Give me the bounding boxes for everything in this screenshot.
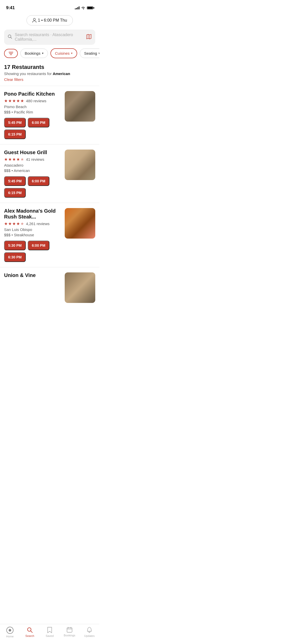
time-slot-600pm[interactable]: 6:00 PM [28, 118, 49, 127]
star-2: ★ [8, 157, 12, 162]
card-info: Union & Vine [4, 272, 61, 303]
restaurant-image [65, 150, 95, 180]
cuisines-chip-label: Cuisines [55, 51, 70, 55]
guest-label: 1 • 6:00 PM Thu [38, 18, 67, 23]
restaurant-card[interactable]: Pono Pacific Kitchen ★ ★ ★ ★ ★ 480 revie… [0, 86, 99, 144]
search-container: Search restaurants · Atascadero Californ… [0, 30, 99, 48]
status-bar: 9:41 [0, 0, 99, 12]
restaurant-name: Guest House Grill [4, 150, 61, 155]
rating-row: ★ ★ ★ ★ ★ 41 reviews [4, 157, 61, 162]
time-slot-615pm[interactable]: 6:15 PM [4, 129, 26, 139]
svg-point-0 [33, 18, 35, 20]
status-time: 9:41 [6, 5, 15, 10]
filter-row: Bookings ▾ Cuisines ▾ Seating ▾ Price ▾ [0, 48, 99, 63]
star-5: ★ [20, 157, 24, 162]
restaurant-card[interactable]: Alex Madonna's Gold Rush Steak... ★ ★ ★ … [0, 203, 99, 267]
restaurant-image [65, 272, 95, 303]
map-icon[interactable] [86, 34, 92, 41]
card-location: Atascadero [4, 163, 61, 167]
filter-icon-chip[interactable] [4, 49, 18, 58]
review-count: 480 reviews [26, 99, 46, 103]
results-cuisine: American [53, 71, 70, 76]
restaurant-name: Union & Vine [4, 272, 61, 278]
card-info: Guest House Grill ★ ★ ★ ★ ★ 41 reviews A… [4, 150, 61, 198]
time-slot-545pm[interactable]: 5:45 PM [4, 176, 26, 186]
card-location: Pismo Beach [4, 105, 61, 109]
wifi-icon [81, 6, 85, 10]
seating-chevron-icon: ▾ [99, 52, 99, 55]
review-count: 4,261 reviews [26, 222, 50, 226]
rating-row: ★ ★ ★ ★ ★ 4,261 reviews [4, 221, 61, 226]
svg-line-2 [11, 37, 12, 38]
time-slots: 5:45 PM 6:00 PM 6:15 PM [4, 176, 61, 198]
stars: ★ ★ ★ ★ ★ [4, 98, 24, 103]
star-3: ★ [12, 157, 16, 162]
bookings-chip-label: Bookings [25, 51, 40, 55]
star-4: ★ [16, 221, 20, 226]
signal-icon [75, 6, 79, 9]
restaurant-image [65, 208, 95, 239]
person-icon [32, 18, 36, 23]
battery-icon [87, 6, 93, 9]
star-4: ★ [16, 157, 20, 162]
star-1: ★ [4, 98, 8, 103]
star-1: ★ [4, 157, 8, 162]
time-slot-530pm[interactable]: 5:30 PM [4, 241, 26, 250]
review-count: 41 reviews [26, 157, 44, 162]
card-location: San Luis Obispo [4, 227, 61, 232]
restaurant-card[interactable]: Union & Vine [0, 267, 99, 305]
rating-row: ★ ★ ★ ★ ★ 480 reviews [4, 98, 61, 103]
time-slots: 5:30 PM 6:00 PM 6:30 PM [4, 241, 61, 262]
results-count: 17 Restaurants [4, 64, 95, 70]
time-slot-630pm[interactable]: 6:30 PM [4, 252, 26, 262]
card-price-cuisine: $$$ • Steakhouse [4, 233, 61, 237]
cuisines-chevron-icon: ▾ [71, 52, 73, 55]
star-3: ★ [12, 221, 16, 226]
star-5: ★ [20, 98, 24, 103]
results-subtitle: Showing you restaurants for American [4, 71, 95, 76]
card-price-cuisine: $$$ • American [4, 168, 61, 173]
star-4: ★ [16, 98, 20, 103]
seating-chip-label: Seating [84, 51, 97, 55]
search-icon [8, 34, 12, 40]
restaurant-card[interactable]: Guest House Grill ★ ★ ★ ★ ★ 41 reviews A… [0, 144, 99, 203]
results-header: 17 Restaurants Showing you restaurants f… [0, 63, 99, 86]
card-price-cuisine: $$$ • Pacific Rim [4, 110, 61, 114]
star-2: ★ [8, 98, 12, 103]
stars: ★ ★ ★ ★ ★ [4, 157, 24, 162]
bookings-chevron-icon: ▾ [42, 52, 44, 55]
stars: ★ ★ ★ ★ ★ [4, 221, 24, 226]
time-slot-615pm[interactable]: 6:15 PM [4, 188, 26, 198]
restaurant-name: Alex Madonna's Gold Rush Steak... [4, 208, 61, 220]
restaurant-name: Pono Pacific Kitchen [4, 91, 61, 97]
bookings-filter-chip[interactable]: Bookings ▾ [20, 49, 48, 58]
card-info: Alex Madonna's Gold Rush Steak... ★ ★ ★ … [4, 208, 61, 262]
star-3: ★ [12, 98, 16, 103]
card-info: Pono Pacific Kitchen ★ ★ ★ ★ ★ 480 revie… [4, 91, 61, 139]
search-bar[interactable]: Search restaurants · Atascadero Californ… [4, 30, 95, 45]
time-slot-600pm[interactable]: 6:00 PM [28, 241, 49, 250]
time-slots: 5:45 PM 6:00 PM 6:15 PM [4, 118, 61, 139]
time-slot-545pm[interactable]: 5:45 PM [4, 118, 26, 127]
star-1: ★ [4, 221, 8, 226]
clear-filters-button[interactable]: Clear filters [4, 77, 95, 82]
time-slot-600pm[interactable]: 6:00 PM [28, 176, 49, 186]
cuisines-filter-chip[interactable]: Cuisines ▾ [50, 48, 77, 58]
restaurant-image [65, 91, 95, 122]
star-2: ★ [8, 221, 12, 226]
search-placeholder: Search restaurants · Atascadero Californ… [15, 33, 84, 42]
guest-selector[interactable]: 1 • 6:00 PM Thu [0, 12, 99, 30]
star-5: ★ [20, 221, 24, 226]
svg-marker-3 [87, 34, 91, 39]
seating-filter-chip[interactable]: Seating ▾ [80, 49, 99, 58]
status-icons [75, 6, 93, 10]
guest-pill[interactable]: 1 • 6:00 PM Thu [26, 15, 73, 25]
